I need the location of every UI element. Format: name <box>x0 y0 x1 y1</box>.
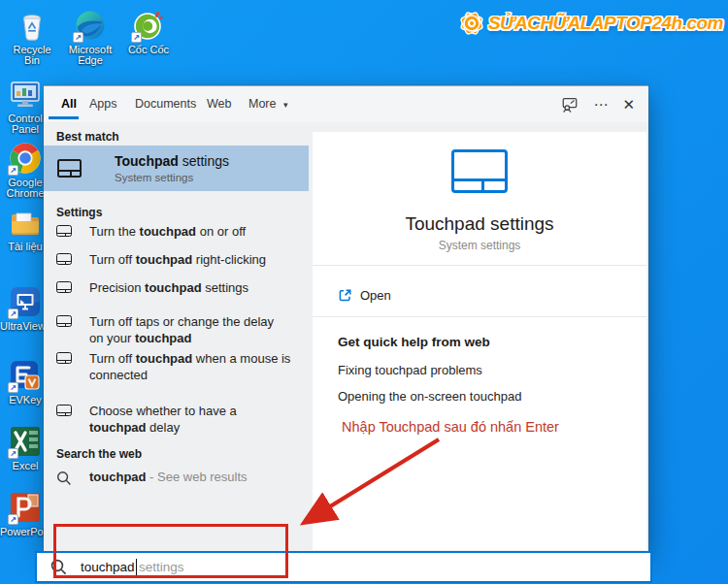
search-tabs: All Apps Documents Web More ▾ ⋯ ✕ <box>44 86 648 122</box>
touchpad-icon <box>56 253 72 265</box>
help-link-onscreen-touchpad[interactable]: Opening the on-screen touchpad <box>338 389 521 404</box>
desktop: SỬACHỮALAPTOP24h.com Recycle Bin <box>0 0 728 584</box>
preview-subtitle: System settings <box>313 239 646 252</box>
result-choose-touchpad-delay[interactable]: Choose whether to have a touchpad delay … <box>56 403 344 436</box>
ultraviewer-icon: ↗ <box>9 285 42 318</box>
site-logo: SỬACHỮALAPTOP24h.com <box>457 9 723 38</box>
touchpad-icon <box>57 159 82 178</box>
coc-coc-icon: ↗ <box>132 9 165 42</box>
desktop-icon-label: Microsoft Edge <box>65 45 116 66</box>
tab-apps[interactable]: Apps <box>89 97 117 111</box>
search-icon <box>50 559 67 575</box>
desktop-icon-recycle-bin[interactable]: Recycle Bin <box>7 9 57 66</box>
search-icon <box>56 470 72 486</box>
edge-icon: ↗ <box>74 9 107 42</box>
best-match-title: Touchpad settings <box>115 153 229 169</box>
tab-all[interactable]: All <box>61 97 77 111</box>
evkey-icon: ↗ <box>9 359 42 392</box>
help-link-fixing-problems[interactable]: Fixing touchpad problems <box>338 363 482 377</box>
search-web-section-header: Search the web <box>56 447 142 461</box>
desktop-icon-label: Recycle Bin <box>7 45 57 66</box>
text-caret <box>136 559 138 575</box>
annotation-text: Nhập Touchpad sau đó nhấn Enter <box>320 419 580 435</box>
preview-title: Touchpad settings <box>313 213 646 235</box>
desktop-icon-label: Cốc Cốc <box>123 45 174 55</box>
preview-pane: Touchpad settings System settings Open G… <box>313 132 646 550</box>
quick-help-header: Get quick help from web <box>338 335 490 349</box>
tab-documents[interactable]: Documents <box>135 97 196 111</box>
result-precision-touchpad-settings[interactable]: Precision touchpad settings › <box>56 279 344 296</box>
powerpoint-icon: ↗ <box>9 491 42 524</box>
divider <box>313 265 646 266</box>
excel-icon: ↗ <box>9 425 42 458</box>
touchpad-icon <box>56 281 72 293</box>
open-external-icon <box>338 288 352 303</box>
divider <box>313 316 646 317</box>
open-action[interactable]: Open <box>313 279 646 312</box>
touchpad-icon <box>56 225 72 237</box>
shortcut-arrow-icon: ↗ <box>8 308 18 319</box>
folder-icon <box>9 210 42 239</box>
taskbar-search-box[interactable]: touchpad settings <box>35 551 652 583</box>
chrome-icon: ↗ <box>9 142 42 175</box>
result-turn-touchpad-on-off[interactable]: Turn the touchpad on or off › <box>56 223 344 240</box>
open-label: Open <box>360 288 391 303</box>
best-match-result[interactable]: Touchpad settings System settings <box>44 146 309 191</box>
search-input-suggestion: settings <box>139 560 184 574</box>
tab-web[interactable]: Web <box>207 97 231 111</box>
recycle-bin-icon <box>16 9 49 42</box>
shortcut-arrow-icon: ↗ <box>8 382 18 393</box>
touchpad-icon <box>56 352 72 364</box>
control-panel-icon <box>9 80 42 111</box>
tab-more[interactable]: More ▾ <box>248 97 288 111</box>
shortcut-arrow-icon: ↗ <box>73 32 83 43</box>
desktop-icon-microsoft-edge[interactable]: ↗ Microsoft Edge <box>65 9 116 66</box>
chevron-down-icon: ▾ <box>283 100 288 110</box>
best-match-header: Best match <box>56 130 119 144</box>
touchpad-icon <box>56 405 72 416</box>
result-turn-off-taps-delay[interactable]: Turn off taps or change the delay on you… <box>56 313 344 346</box>
tab-more-label: More <box>248 97 276 111</box>
best-match-subtitle: System settings <box>115 172 193 183</box>
shortcut-arrow-icon: ↗ <box>8 514 18 525</box>
touchpad-icon <box>56 315 72 327</box>
shortcut-arrow-icon: ↗ <box>8 165 18 176</box>
touchpad-icon-large <box>451 149 508 193</box>
search-input-value[interactable]: touchpad <box>81 560 135 574</box>
more-options-icon[interactable]: ⋯ <box>593 97 608 112</box>
result-turn-off-when-mouse-connected[interactable]: Turn off touchpad when a mouse is connec… <box>56 350 344 383</box>
site-logo-text: SỬACHỮALAPTOP24h.com <box>488 13 723 34</box>
shortcut-arrow-icon: ↗ <box>131 32 142 43</box>
result-turn-off-right-clicking[interactable]: Turn off touchpad right-clicking › <box>56 251 344 268</box>
close-icon[interactable]: ✕ <box>622 97 635 112</box>
desktop-icon-coc-coc[interactable]: ↗ Cốc Cốc <box>123 9 174 55</box>
result-web-search[interactable]: touchpad - See web results › <box>56 469 344 486</box>
settings-section-header: Settings <box>56 206 102 219</box>
search-flyout: All Apps Documents Web More ▾ ⋯ ✕ Best <box>44 85 648 551</box>
shortcut-arrow-icon: ↗ <box>8 448 18 459</box>
feedback-icon[interactable] <box>561 96 579 114</box>
gear-icon <box>457 9 486 38</box>
active-tab-underline <box>49 116 79 119</box>
